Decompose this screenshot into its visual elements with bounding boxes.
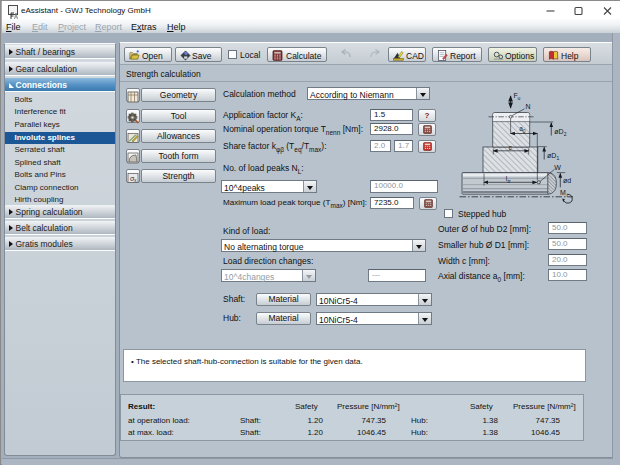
svg-text:øD: øD <box>554 128 563 135</box>
svg-text:u: u <box>518 95 521 101</box>
svg-text:ød: ød <box>563 177 571 184</box>
svg-text:W: W <box>554 164 561 171</box>
svg-text:N: N <box>526 103 531 110</box>
svg-text:0: 0 <box>523 128 526 134</box>
svg-text:tr: tr <box>508 178 511 184</box>
svg-text:2: 2 <box>564 131 567 137</box>
svg-text:øD: øD <box>547 152 556 159</box>
svg-text:1: 1 <box>556 155 559 161</box>
svg-text:M: M <box>560 189 566 196</box>
